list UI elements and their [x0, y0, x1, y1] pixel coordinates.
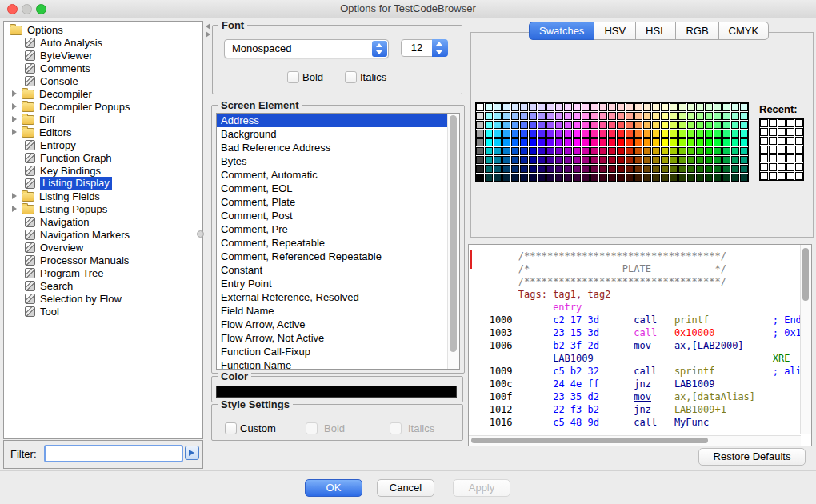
- screen-element-entry-point[interactable]: Entry Point: [217, 277, 459, 290]
- swatch-cell[interactable]: [555, 121, 563, 129]
- tree-item-listing-popups[interactable]: Listing Popups: [4, 202, 202, 215]
- swatch-cell[interactable]: [485, 174, 493, 182]
- swatch-cell[interactable]: [590, 112, 598, 120]
- swatch-cell[interactable]: [740, 138, 748, 146]
- tree-item-navigation[interactable]: Navigation: [4, 215, 202, 228]
- swatch-cell[interactable]: [476, 174, 484, 182]
- tab-hsv[interactable]: HSV: [594, 22, 636, 40]
- swatch-cell[interactable]: [617, 165, 625, 173]
- swatch-cell[interactable]: [714, 147, 722, 155]
- swatch-cell[interactable]: [485, 138, 493, 146]
- swatch-cell[interactable]: [494, 174, 502, 182]
- recent-swatch-cell[interactable]: [769, 172, 777, 180]
- swatch-cell[interactable]: [626, 165, 634, 173]
- swatch-cell[interactable]: [678, 147, 686, 155]
- tree-item-tool[interactable]: Tool: [4, 305, 202, 318]
- swatch-cell[interactable]: [555, 112, 563, 120]
- swatch-cell[interactable]: [626, 103, 634, 111]
- swatch-cell[interactable]: [573, 130, 581, 138]
- swatch-cell[interactable]: [678, 121, 686, 129]
- swatch-cell[interactable]: [617, 174, 625, 182]
- swatch-cell[interactable]: [529, 156, 537, 164]
- swatch-cell[interactable]: [494, 156, 502, 164]
- swatch-cell[interactable]: [564, 147, 572, 155]
- recent-swatch-cell[interactable]: [769, 119, 777, 127]
- swatch-cell[interactable]: [564, 121, 572, 129]
- swatch-cell[interactable]: [714, 138, 722, 146]
- swatch-cell[interactable]: [705, 121, 713, 129]
- swatch-cell[interactable]: [678, 112, 686, 120]
- font-italics-checkbox[interactable]: [345, 71, 357, 83]
- tree-item-listing-fields[interactable]: Listing Fields: [4, 190, 202, 202]
- swatch-cell[interactable]: [494, 165, 502, 173]
- swatch-cell[interactable]: [705, 156, 713, 164]
- swatch-cell[interactable]: [687, 156, 695, 164]
- swatch-cell[interactable]: [670, 138, 678, 146]
- swatch-cell[interactable]: [590, 156, 598, 164]
- swatch-cell[interactable]: [740, 103, 748, 111]
- swatch-cell[interactable]: [502, 121, 510, 129]
- tree-item-entropy[interactable]: Entropy: [4, 138, 202, 151]
- swatch-cell[interactable]: [564, 156, 572, 164]
- swatch-cell[interactable]: [670, 112, 678, 120]
- swatch-cell[interactable]: [511, 147, 519, 155]
- swatch-cell[interactable]: [722, 138, 730, 146]
- swatch-cell[interactable]: [626, 138, 634, 146]
- swatch-cell[interactable]: [714, 174, 722, 182]
- tree-item-program-tree[interactable]: Program Tree: [4, 266, 202, 279]
- swatch-cell[interactable]: [520, 147, 528, 155]
- tree-item-key-bindings[interactable]: Key Bindings: [4, 164, 202, 177]
- swatch-cell[interactable]: [511, 112, 519, 120]
- recent-swatch-cell[interactable]: [760, 128, 768, 136]
- swatch-cell[interactable]: [485, 130, 493, 138]
- swatch-cell[interactable]: [555, 156, 563, 164]
- swatch-cell[interactable]: [652, 121, 660, 129]
- swatch-cell[interactable]: [626, 147, 634, 155]
- swatch-cell[interactable]: [485, 103, 493, 111]
- swatch-cell[interactable]: [555, 138, 563, 146]
- screen-element-external-reference-resolved[interactable]: External Reference, Resolved: [217, 290, 459, 304]
- preview-vertical-scrollbar-thumb[interactable]: [802, 248, 809, 301]
- swatch-cell[interactable]: [661, 112, 669, 120]
- swatch-cell[interactable]: [687, 130, 695, 138]
- swatch-cell[interactable]: [608, 156, 616, 164]
- swatch-cell[interactable]: [670, 147, 678, 155]
- swatch-cell[interactable]: [546, 138, 554, 146]
- screen-element-bytes[interactable]: Bytes: [217, 154, 459, 168]
- swatch-cell[interactable]: [634, 174, 642, 182]
- swatch-cell[interactable]: [573, 138, 581, 146]
- swatch-cell[interactable]: [494, 147, 502, 155]
- swatch-cell[interactable]: [494, 112, 502, 120]
- swatch-cell[interactable]: [494, 130, 502, 138]
- swatch-cell[interactable]: [617, 156, 625, 164]
- swatch-cell[interactable]: [731, 138, 739, 146]
- swatch-cell[interactable]: [652, 174, 660, 182]
- swatch-cell[interactable]: [538, 112, 546, 120]
- swatch-cell[interactable]: [670, 174, 678, 182]
- swatch-cell[interactable]: [705, 174, 713, 182]
- swatch-cell[interactable]: [731, 103, 739, 111]
- swatch-cell[interactable]: [529, 121, 537, 129]
- swatch-cell[interactable]: [608, 165, 616, 173]
- swatch-cell[interactable]: [485, 156, 493, 164]
- filter-input[interactable]: [44, 445, 183, 462]
- swatch-cell[interactable]: [599, 174, 607, 182]
- swatch-cell[interactable]: [652, 147, 660, 155]
- recent-swatch-cell[interactable]: [786, 163, 794, 171]
- swatch-cell[interactable]: [643, 165, 651, 173]
- screen-element-comment-repeatable[interactable]: Comment, Repeatable: [217, 236, 459, 250]
- swatch-cell[interactable]: [670, 103, 678, 111]
- swatch-cell[interactable]: [670, 165, 678, 173]
- combo-stepper-icon[interactable]: [372, 41, 387, 57]
- expand-arrow-icon[interactable]: [12, 206, 17, 212]
- swatch-cell[interactable]: [599, 156, 607, 164]
- swatch-cell[interactable]: [626, 130, 634, 138]
- swatch-cell[interactable]: [705, 138, 713, 146]
- recent-swatch-cell[interactable]: [795, 146, 803, 154]
- swatch-cell[interactable]: [520, 165, 528, 173]
- swatch-cell[interactable]: [731, 156, 739, 164]
- swatch-cell[interactable]: [696, 103, 704, 111]
- screen-element-comment-eol[interactable]: Comment, EOL: [217, 182, 459, 195]
- swatch-cell[interactable]: [696, 121, 704, 129]
- swatch-cell[interactable]: [714, 103, 722, 111]
